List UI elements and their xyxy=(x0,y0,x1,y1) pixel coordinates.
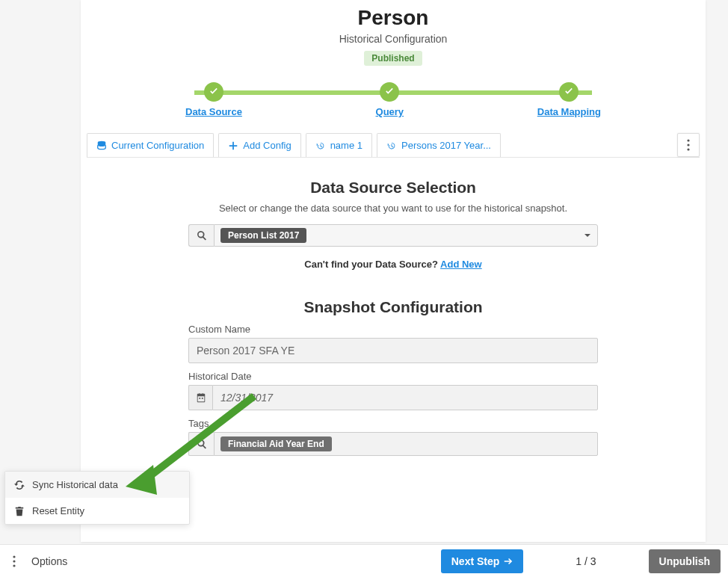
check-icon xyxy=(559,82,579,102)
button-label: Next Step xyxy=(451,555,500,567)
tab-name-1[interactable]: name 1 xyxy=(306,133,372,157)
popup-item-label: Sync Historical data xyxy=(32,479,118,490)
tag-chip: Financial Aid Year End xyxy=(220,436,332,451)
data-source-chip: Person List 2017 xyxy=(220,228,306,243)
tab-persons-2017[interactable]: Persons 2017 Year... xyxy=(377,133,501,157)
calendar-icon[interactable] xyxy=(188,385,212,410)
unpublish-button[interactable]: Unpublish xyxy=(649,549,721,573)
step-data-mapping: Data Mapping xyxy=(537,82,601,117)
footer-options-toggle[interactable] xyxy=(7,555,21,567)
search-icon xyxy=(197,439,207,449)
footer-options-label: Options xyxy=(31,555,67,567)
tab-current-configuration[interactable]: Current Configuration xyxy=(87,133,214,157)
tags-field[interactable]: Financial Aid Year End xyxy=(214,432,598,456)
reset-entity-item[interactable]: Reset Entity xyxy=(5,498,189,524)
options-popup: Sync Historical data Reset Entity xyxy=(4,471,190,525)
history-icon xyxy=(386,141,397,151)
history-icon xyxy=(315,141,326,151)
main-panel: Person Historical Configuration Publishe… xyxy=(81,0,706,542)
data-source-selector: Person List 2017 xyxy=(188,224,598,247)
trash-icon xyxy=(14,506,25,516)
data-source-select[interactable]: Person List 2017 xyxy=(214,224,598,247)
svg-point-3 xyxy=(687,148,689,150)
data-source-title: Data Source Selection xyxy=(81,179,706,197)
tags-search-button[interactable] xyxy=(188,432,214,456)
svg-point-7 xyxy=(13,555,15,558)
arrow-right-icon xyxy=(504,557,513,566)
step-query: Query xyxy=(376,82,404,117)
step-data-source: Data Source xyxy=(185,82,242,117)
status-badge: Published xyxy=(364,51,422,66)
step-label-data-mapping[interactable]: Data Mapping xyxy=(537,106,601,117)
historical-date-input[interactable] xyxy=(212,385,598,410)
tab-label: Persons 2017 Year... xyxy=(401,140,491,151)
page-subtitle: Historical Configuration xyxy=(81,33,706,45)
check-icon xyxy=(204,82,223,102)
next-step-button[interactable]: Next Step xyxy=(441,549,524,573)
cant-find-text: Can't find your Data Source? Add New xyxy=(81,259,706,270)
plus-icon xyxy=(228,141,238,151)
tab-label: Add Config xyxy=(243,140,291,151)
data-source-search-button[interactable] xyxy=(188,224,214,247)
tab-label: name 1 xyxy=(330,140,363,151)
search-icon xyxy=(197,230,207,241)
check-icon xyxy=(380,82,399,102)
page-indicator: 1 / 3 xyxy=(576,555,596,567)
svg-point-2 xyxy=(687,144,689,146)
svg-point-8 xyxy=(13,560,15,562)
dots-vertical-icon xyxy=(13,555,16,567)
step-label-data-source[interactable]: Data Source xyxy=(185,106,242,117)
tags-label: Tags xyxy=(188,418,598,429)
tab-add-config[interactable]: Add Config xyxy=(218,133,300,157)
sync-icon xyxy=(14,480,25,490)
custom-name-input[interactable] xyxy=(188,338,598,363)
svg-point-1 xyxy=(687,139,689,141)
footer-bar: Options Next Step 1 / 3 Unpublish xyxy=(0,544,728,577)
historical-date-label: Historical Date xyxy=(188,371,598,382)
tab-label: Current Configuration xyxy=(111,140,204,151)
config-tabs: Current Configuration Add Config name 1 … xyxy=(87,133,700,158)
stepper: Data Source Query Data Mapping xyxy=(185,82,601,120)
dots-vertical-icon xyxy=(687,139,690,151)
svg-point-9 xyxy=(13,564,15,567)
page-title: Person xyxy=(81,6,706,30)
sync-historical-data-item[interactable]: Sync Historical data xyxy=(5,472,189,498)
custom-name-label: Custom Name xyxy=(188,324,598,335)
add-new-link[interactable]: Add New xyxy=(440,259,482,270)
popup-item-label: Reset Entity xyxy=(32,505,84,516)
step-label-query[interactable]: Query xyxy=(376,106,404,117)
database-icon xyxy=(96,141,107,151)
caret-down-icon xyxy=(584,229,591,242)
data-source-subtitle: Select or change the data source that yo… xyxy=(81,203,706,214)
snapshot-title: Snapshot Configuration xyxy=(81,298,706,316)
tabs-more-button[interactable] xyxy=(677,133,700,157)
